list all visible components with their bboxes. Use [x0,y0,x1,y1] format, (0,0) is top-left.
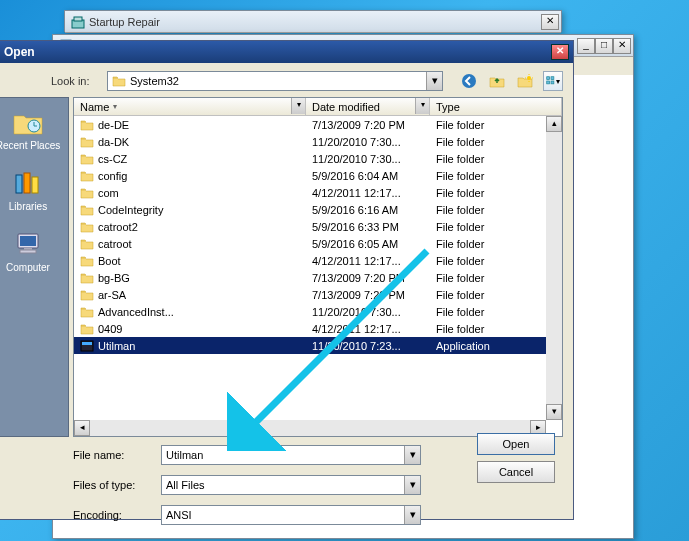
file-name-input[interactable]: Utilman ▾ [161,445,421,465]
file-list-row[interactable]: de-DE7/13/2009 7:20 PMFile folder [74,116,562,133]
file-list-row[interactable]: ar-SA7/13/2009 7:20 PMFile folder [74,286,562,303]
file-date-cell: 5/9/2016 6:05 AM [306,238,430,250]
open-dialog-titlebar[interactable]: 📂 Open ✕ [0,41,573,63]
file-name-value: Utilman [166,449,203,461]
computer-icon [12,230,44,258]
file-list: Name ▾ ▾ Date modified ▾ Type de-DE7/13/… [73,97,563,437]
file-list-row[interactable]: 04094/12/2011 12:17...File folder [74,320,562,337]
column-type[interactable]: Type [430,98,562,115]
folder-icon [80,289,94,301]
scroll-up-button[interactable]: ▴ [546,116,562,132]
vertical-scrollbar[interactable]: ▴ ▾ [546,116,562,420]
look-in-value: System32 [130,75,179,87]
encoding-combo[interactable]: ANSI ▾ [161,505,421,525]
file-list-row[interactable]: CodeIntegrity5/9/2016 6:16 AMFile folder [74,201,562,218]
folder-icon [80,204,94,216]
close-button[interactable]: ✕ [551,44,569,60]
file-list-row[interactable]: config5/9/2016 6:04 AMFile folder [74,167,562,184]
file-list-row[interactable]: Utilman11/20/2010 7:23...Application [74,337,562,354]
file-date-cell: 7/13/2009 7:20 PM [306,119,430,131]
close-button[interactable]: ✕ [541,14,559,30]
file-name-cell: Boot [98,255,121,267]
file-list-row[interactable]: catroot5/9/2016 6:05 AMFile folder [74,235,562,252]
file-date-cell: 5/9/2016 6:16 AM [306,204,430,216]
file-date-cell: 7/13/2009 7:20 PM [306,272,430,284]
open-button[interactable]: Open [477,433,555,455]
file-type-cell: File folder [430,255,562,267]
scroll-track[interactable] [90,420,530,436]
folder-icon [80,187,94,199]
file-name-cell: cs-CZ [98,153,127,165]
folder-icon [80,255,94,267]
chevron-down-icon[interactable]: ▾ [404,506,420,524]
horizontal-scrollbar[interactable]: ◂ ▸ [74,420,546,436]
file-type-cell: Application [430,340,562,352]
libraries-icon [12,169,44,197]
file-list-row[interactable]: catroot25/9/2016 6:33 PMFile folder [74,218,562,235]
minimize-button[interactable]: _ [577,38,595,54]
file-type-cell: File folder [430,204,562,216]
column-filter-button[interactable]: ▾ [415,98,429,114]
chevron-down-icon[interactable]: ▾ [426,72,442,90]
column-date[interactable]: Date modified ▾ [306,98,430,115]
file-name-label: File name: [73,449,153,461]
folder-icon [80,306,94,318]
scroll-down-button[interactable]: ▾ [546,404,562,420]
close-button[interactable]: ✕ [613,38,631,54]
folder-icon [80,323,94,335]
file-type-cell: File folder [430,221,562,233]
file-date-cell: 11/20/2010 7:30... [306,306,430,318]
application-icon [80,340,94,352]
look-in-combo[interactable]: System32 ▾ [107,71,443,91]
up-one-level-button[interactable] [487,71,507,91]
file-list-row[interactable]: AdvancedInst...11/20/2010 7:30...File fo… [74,303,562,320]
svg-rect-14 [547,81,550,84]
file-list-row[interactable]: com4/12/2011 12:17...File folder [74,184,562,201]
svg-rect-25 [82,342,92,345]
scroll-left-button[interactable]: ◂ [74,420,90,436]
svg-rect-18 [24,173,30,193]
file-name-cell: 0409 [98,323,122,335]
places-computer[interactable]: Computer [6,230,50,273]
folder-icon [80,238,94,250]
views-button[interactable]: ▾ [543,71,563,91]
svg-rect-19 [32,177,38,193]
chevron-down-icon[interactable]: ▾ [404,476,420,494]
files-of-type-combo[interactable]: All Files ▾ [161,475,421,495]
svg-rect-21 [20,236,36,246]
chevron-down-icon[interactable]: ▾ [404,446,420,464]
file-name-cell: bg-BG [98,272,130,284]
file-list-row[interactable]: Boot4/12/2011 12:17...File folder [74,252,562,269]
file-list-row[interactable]: da-DK11/20/2010 7:30...File folder [74,133,562,150]
file-name-cell: de-DE [98,119,129,131]
file-date-cell: 5/9/2016 6:33 PM [306,221,430,233]
file-name-cell: config [98,170,127,182]
folder-icon [80,170,94,182]
cancel-button[interactable]: Cancel [477,461,555,483]
column-filter-button[interactable]: ▾ [291,98,305,114]
startup-repair-titlebar[interactable]: Startup Repair ✕ [65,11,561,33]
file-date-cell: 7/13/2009 7:20 PM [306,289,430,301]
file-date-cell: 4/12/2011 12:17... [306,187,430,199]
maximize-button[interactable]: □ [595,38,613,54]
scroll-track[interactable] [546,132,562,404]
files-of-type-value: All Files [166,479,205,491]
file-type-cell: File folder [430,306,562,318]
column-name[interactable]: Name ▾ ▾ [74,98,306,115]
svg-rect-13 [551,77,554,80]
new-folder-button[interactable] [515,71,535,91]
back-button[interactable] [459,71,479,91]
file-type-cell: File folder [430,119,562,131]
folder-icon [80,221,94,233]
places-libraries[interactable]: Libraries [9,169,47,212]
places-recent[interactable]: Recent Places [0,108,60,151]
file-name-cell: ar-SA [98,289,126,301]
file-type-cell: File folder [430,238,562,250]
file-type-cell: File folder [430,187,562,199]
file-date-cell: 11/20/2010 7:30... [306,153,430,165]
file-name-cell: AdvancedInst... [98,306,174,318]
file-list-row[interactable]: cs-CZ11/20/2010 7:30...File folder [74,150,562,167]
svg-point-7 [527,76,531,80]
file-list-row[interactable]: bg-BG7/13/2009 7:20 PMFile folder [74,269,562,286]
encoding-value: ANSI [166,509,192,521]
